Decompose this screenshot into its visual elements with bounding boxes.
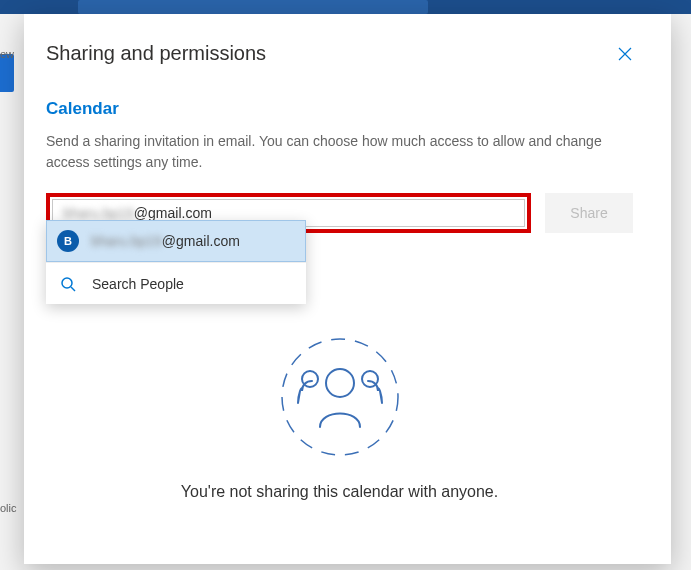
dialog-title: Sharing and permissions (46, 42, 266, 65)
close-icon (618, 47, 632, 61)
app-bar-search-region (78, 0, 428, 14)
sharing-permissions-dialog: Sharing and permissions Calendar Send a … (24, 14, 671, 564)
svg-point-2 (326, 369, 354, 397)
app-header-bar (0, 0, 691, 14)
people-icon (276, 333, 404, 461)
search-people-label: Search People (92, 276, 184, 292)
background-text-fragment: ew (0, 48, 14, 60)
calendar-heading: Calendar (46, 99, 633, 119)
svg-point-3 (302, 371, 318, 387)
contact-email-visible: @gmail.com (162, 233, 240, 249)
contact-suggestion-dropdown: B bharu.bp19@gmail.com Search People (46, 220, 306, 304)
empty-state-illustration (46, 333, 633, 461)
close-button[interactable] (617, 46, 633, 62)
email-input-obscured: bharu.bp19 (63, 205, 134, 221)
search-icon (60, 276, 76, 292)
svg-point-4 (362, 371, 378, 387)
empty-state-message: You're not sharing this calendar with an… (46, 483, 633, 501)
contact-email: bharu.bp19@gmail.com (91, 233, 240, 249)
email-input-visible: @gmail.com (134, 205, 212, 221)
contact-suggestion-item[interactable]: B bharu.bp19@gmail.com (46, 220, 306, 262)
svg-point-0 (62, 278, 72, 288)
dialog-header: Sharing and permissions (46, 42, 633, 65)
search-people-item[interactable]: Search People (46, 262, 306, 304)
calendar-description: Send a sharing invitation in email. You … (46, 131, 633, 173)
share-button[interactable]: Share (545, 193, 633, 233)
background-text-fragment: olic (0, 502, 17, 514)
contact-email-obscured: bharu.bp19 (91, 233, 162, 249)
avatar: B (57, 230, 79, 252)
